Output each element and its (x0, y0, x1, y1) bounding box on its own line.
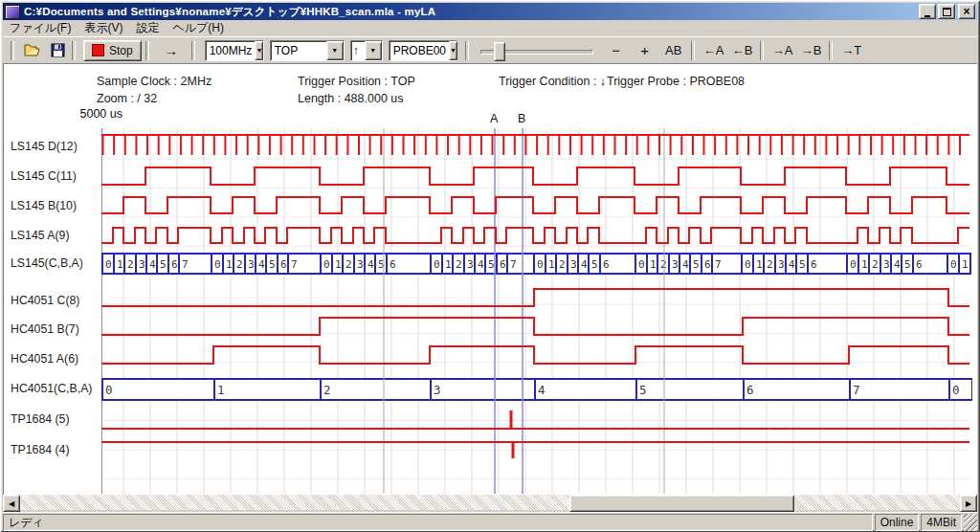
svg-text:6: 6 (280, 258, 287, 271)
status-memory: 4MBit (921, 514, 962, 531)
trigger-probe-info: Trigger Probe : PROBE08 (607, 75, 745, 88)
open-button[interactable] (22, 41, 43, 60)
svg-text:3: 3 (883, 258, 890, 271)
svg-text:0: 0 (850, 258, 857, 271)
minimize-icon (924, 7, 930, 17)
svg-text:0: 0 (745, 258, 751, 271)
goto-cursor-a-button[interactable]: ←A (701, 41, 727, 60)
set-cursor-a-button[interactable]: →A (769, 41, 796, 60)
window-title: C:¥Documents and Settings¥noname¥デスクトップ¥… (24, 5, 435, 19)
cursor-b-label[interactable]: B (518, 112, 525, 125)
goto-cursor-b-button[interactable]: ←B (729, 41, 756, 60)
svg-text:3: 3 (139, 258, 145, 271)
svg-text:6: 6 (390, 258, 396, 271)
status-bar: レディ Online 4MBit (3, 512, 977, 531)
status-online: Online (875, 514, 920, 531)
trigger-probe-combo[interactable]: PROBE00 ▼ (389, 40, 457, 61)
svg-text:4: 4 (538, 383, 546, 397)
chevron-down-icon[interactable]: ▼ (449, 41, 457, 60)
svg-text:1: 1 (756, 258, 763, 271)
chevron-down-icon[interactable]: ▼ (365, 41, 382, 60)
length-info: Length : 488.000 us (298, 92, 404, 105)
svg-text:0: 0 (323, 258, 330, 271)
toolbar-separator (191, 41, 195, 60)
set-cursor-b-button[interactable]: →B (798, 41, 825, 60)
time-origin-label: 5000 us (38, 107, 122, 121)
svg-text:1: 1 (445, 258, 452, 271)
svg-text:2: 2 (456, 258, 462, 271)
resize-grip[interactable] (964, 514, 977, 531)
svg-text:3: 3 (357, 258, 364, 271)
trigger-position-combo[interactable]: TOP ▼ (270, 40, 345, 61)
cursor-a-label[interactable]: A (490, 112, 498, 125)
maximize-button[interactable] (938, 4, 955, 19)
chevron-down-icon[interactable]: ▼ (255, 41, 263, 60)
goto-trigger-button[interactable]: →T (838, 41, 865, 60)
stop-button[interactable]: Stop (83, 40, 142, 61)
toolbar-separator (760, 41, 764, 60)
svg-text:5: 5 (693, 258, 700, 271)
trigger-edge-combo[interactable]: ↑ ▼ (350, 40, 383, 61)
svg-text:0: 0 (105, 258, 112, 271)
svg-text:5: 5 (269, 258, 276, 271)
scroll-left-icon[interactable]: ◀ (3, 495, 20, 512)
trigger-condition-info: Trigger Condition : ↓ (499, 75, 606, 88)
svg-text:1: 1 (335, 258, 342, 271)
svg-text:2: 2 (767, 258, 773, 271)
svg-text:6: 6 (916, 258, 923, 271)
zoom-slider[interactable] (480, 41, 593, 60)
close-button[interactable]: × (958, 4, 975, 19)
toolbar-separator (829, 41, 833, 60)
sample-clock-value: 100MHz (206, 41, 256, 60)
svg-text:4: 4 (581, 258, 588, 271)
svg-text:7: 7 (853, 383, 860, 397)
open-folder-icon (24, 43, 41, 57)
svg-text:3: 3 (778, 258, 785, 271)
waveform-plot[interactable]: 0123456701234567012345601234567012345601… (101, 128, 972, 494)
svg-text:6: 6 (171, 258, 178, 271)
workspace: Sample Clock : 2MHz Trigger Position : T… (3, 63, 977, 496)
chevron-down-icon[interactable]: ▼ (326, 41, 344, 60)
channel-label: TP1684 (4) (11, 443, 70, 456)
zoom-in-button[interactable]: + (632, 41, 658, 60)
title-bar[interactable]: C:¥Documents and Settings¥noname¥デスクトップ¥… (3, 3, 977, 20)
svg-text:3: 3 (434, 383, 441, 397)
trigger-position-info: Trigger Position : TOP (298, 75, 415, 88)
save-button[interactable] (47, 41, 68, 60)
channel-label: TP1684 (5) (11, 412, 70, 426)
svg-text:0: 0 (105, 383, 113, 397)
app-window: C:¥Documents and Settings¥noname¥デスクトップ¥… (0, 0, 980, 532)
single-run-button[interactable]: → (155, 41, 188, 60)
svg-text:5: 5 (639, 383, 647, 397)
scroll-right-icon[interactable]: ▶ (960, 495, 977, 512)
menu-settings[interactable]: 設定 (129, 19, 166, 37)
sample-clock-combo[interactable]: 100MHz ▼ (205, 40, 264, 61)
minimize-button[interactable] (919, 4, 936, 19)
scrollbar-thumb[interactable] (569, 495, 794, 512)
close-icon: × (963, 7, 969, 16)
stop-icon (92, 44, 104, 56)
trigger-position-value: TOP (271, 41, 326, 60)
app-icon (5, 5, 20, 19)
menu-file[interactable]: ファイル(F) (3, 19, 78, 37)
toolbar-separator (465, 41, 469, 60)
svg-text:1: 1 (861, 258, 868, 271)
ab-span-button[interactable]: AB (660, 41, 687, 60)
zoom-out-button[interactable]: − (603, 41, 630, 60)
save-floppy-icon (51, 43, 65, 57)
channel-label: LS145 B(10) (11, 199, 77, 212)
svg-text:6: 6 (704, 258, 711, 271)
channel-label: LS145 D(12) (11, 140, 78, 153)
svg-text:2: 2 (345, 258, 352, 271)
channel-label: HC4051 A(6) (11, 352, 78, 366)
svg-text:0: 0 (950, 258, 957, 271)
horizontal-scrollbar[interactable]: ◀ ▶ (3, 495, 977, 510)
menu-view[interactable]: 表示(V) (78, 19, 129, 37)
channel-label: LS145 C(11) (11, 169, 77, 183)
svg-text:0: 0 (214, 258, 221, 271)
svg-text:6: 6 (500, 258, 506, 271)
svg-text:5: 5 (591, 258, 598, 271)
zoom-slider-handle[interactable] (494, 42, 505, 61)
menu-help[interactable]: ヘルプ(H) (166, 19, 231, 37)
sample-clock-info: Sample Clock : 2MHz (97, 75, 212, 88)
